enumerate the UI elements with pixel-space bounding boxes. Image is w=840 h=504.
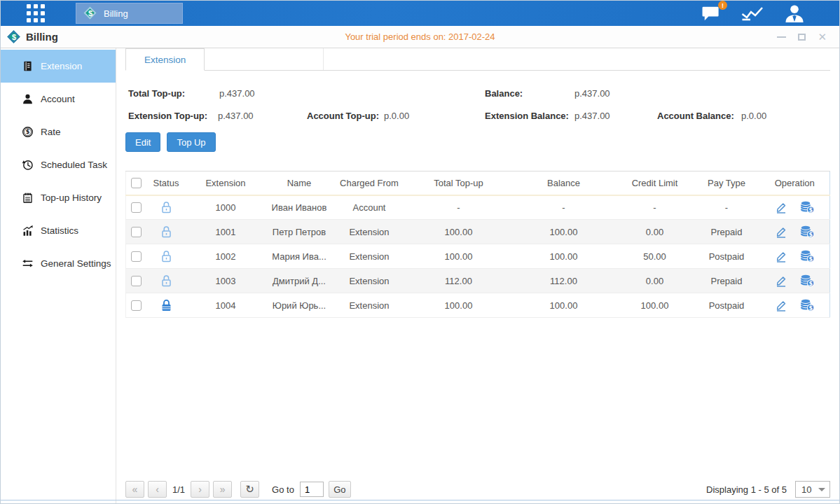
cell-pay-type: - [694,195,760,220]
ledger-icon [20,60,34,72]
top-up-row-icon[interactable]: $ [800,225,815,238]
sliders-icon [20,258,34,270]
sidebar-item-label: Statistics [41,225,78,236]
cell-balance: 112.00 [511,269,617,293]
row-checkbox[interactable] [131,276,142,286]
goto-label: Go to [272,484,294,495]
column-header-total-top-up: Total Top-up [406,172,511,195]
edit-button[interactable]: Edit [125,132,160,152]
lock-closed-icon[interactable] [160,299,172,312]
cell-charged-from: Extension [333,220,406,244]
account-topup-value: p.0.00 [384,111,485,121]
cell-name: Петр Петров [266,220,333,244]
top-up-row-icon[interactable]: $ [800,299,815,312]
window-titlebar: $ Billing Your trial period ends on: 201… [1,26,839,48]
billing-window-icon: $ [6,29,22,45]
sidebar-item-label: Top-up History [41,192,102,203]
cell-total-top-up: - [406,195,511,220]
sidebar-item-extension[interactable]: Extension [1,50,116,83]
sidebar-item-scheduled-task[interactable]: Scheduled Task [1,148,116,181]
sidebar-item-top-up-history[interactable]: Top-up History [1,181,116,214]
row-checkbox[interactable] [131,202,142,213]
maximize-button[interactable] [798,34,806,41]
svg-text:$: $ [808,232,813,238]
notebook-icon [20,192,34,204]
first-page-button[interactable]: « [125,481,144,498]
lock-open-icon[interactable] [160,201,172,214]
cell-total-top-up: 112.00 [406,269,511,293]
sidebar-item-rate[interactable]: $Rate [1,115,116,148]
tab-label: Extension [144,55,186,65]
top-up-row-icon[interactable]: $ [800,250,815,262]
cell-name: Дмитрий Д... [266,269,333,293]
cell-charged-from: Extension [333,293,406,318]
column-header-balance: Balance [511,172,617,195]
edit-row-icon[interactable] [775,275,787,287]
cell-extension: 1002 [186,244,266,269]
edit-row-icon[interactable] [775,300,787,312]
cell-credit-limit: - [617,195,694,220]
minimize-button[interactable] [777,36,786,38]
sidebar-item-account[interactable]: Account [1,83,116,115]
sidebar-item-general-settings[interactable]: General Settings [1,247,116,280]
sidebar-item-statistics[interactable]: Statistics [1,214,116,247]
app-launcher-grid-icon[interactable] [27,4,45,22]
cell-pay-type: Postpaid [694,293,760,318]
edit-row-icon[interactable] [775,226,787,238]
pagination-bar: « ‹ 1/1 › » ↻ Go to Go Displaying 1 - 5 … [125,479,830,499]
lock-open-icon[interactable] [160,225,172,239]
lock-open-icon[interactable] [160,250,172,263]
tab-strip: Extension [125,48,830,71]
table-header-row: StatusExtensionNameCharged FromTotal Top… [126,172,830,195]
go-button[interactable]: Go [329,481,351,498]
account-balance-value: p.0.00 [741,111,830,121]
messages-icon[interactable]: ! [701,5,722,22]
notification-badge: ! [718,1,727,10]
page-size-value: 10 [796,484,811,495]
close-button[interactable]: ✕ [818,31,827,42]
user-account-icon[interactable] [783,4,806,23]
edit-row-icon[interactable] [775,251,787,262]
previous-page-button[interactable]: ‹ [148,481,167,498]
table-row: 1003Дмитрий Д...Extension112.00112.000.0… [126,269,830,293]
tab-extension[interactable]: Extension [125,48,205,71]
next-page-button[interactable]: › [191,481,209,498]
window-bottom-frame [1,500,839,500]
table-row: 1004Юрий Юрь...Extension100.00100.00100.… [126,293,830,318]
column-header-extension: Extension [186,172,266,195]
table-row: 1001Петр ПетровExtension100.00100.000.00… [126,220,830,244]
page-indicator: 1/1 [172,484,185,495]
bar-chart-icon [20,225,34,237]
balance-label: Balance: [485,88,574,99]
taskbar-tab-billing[interactable]: $ Billing [76,3,183,24]
balance-value: p.437.00 [574,88,830,99]
row-checkbox[interactable] [131,251,142,262]
cell-extension: 1000 [186,195,266,220]
sidebar-item-label: Rate [41,127,61,137]
row-checkbox[interactable] [131,300,142,311]
goto-page-input[interactable] [300,482,324,497]
row-checkbox[interactable] [131,227,142,237]
extension-balance-label: Extension Balance: [485,111,574,121]
statistics-chart-icon[interactable] [741,5,764,22]
cell-pay-type: Prepaid [694,269,760,293]
top-up-row-icon[interactable]: $ [800,201,815,214]
top-up-button[interactable]: Top Up [167,132,215,152]
select-all-checkbox[interactable] [131,178,142,188]
svg-text:$: $ [808,256,813,262]
refresh-icon[interactable]: ↻ [240,481,259,498]
sidebar-item-label: Account [41,94,75,104]
sidebar-item-label: Extension [41,61,82,71]
edit-row-icon[interactable] [775,202,787,214]
column-header-operation: Operation [760,172,830,195]
cell-extension: 1004 [186,293,266,318]
lock-open-icon[interactable] [160,274,172,288]
sidebar-item-label: General Settings [41,258,111,269]
page-size-dropdown[interactable]: 10 [795,481,830,498]
last-page-button[interactable]: » [213,481,232,498]
window-controls: ✕ [777,31,839,42]
extension-balance-value: p.437.00 [574,111,657,121]
cell-credit-limit: 100.00 [617,293,694,318]
top-up-row-icon[interactable]: $ [800,274,815,287]
person-icon [20,93,34,105]
